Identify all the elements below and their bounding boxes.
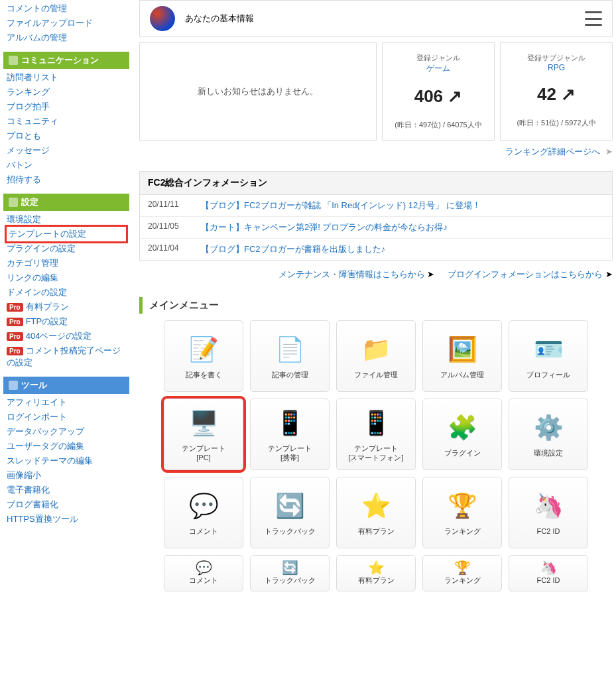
menu-item[interactable]: 🦄 FC2 ID: [509, 555, 588, 591]
notice-box: 新しいお知らせはありません。: [139, 42, 377, 141]
sidebar-item[interactable]: プラグインの設定: [7, 241, 126, 256]
sidebar-section-header: ツール: [3, 377, 129, 394]
menu-label: アルバム管理: [440, 370, 484, 379]
menu-item[interactable]: ⭐ 有料プラン: [336, 555, 416, 591]
stats-row: 新しいお知らせはありません。 登録ジャンル ゲーム 406 ↗ (昨日：497位…: [139, 42, 613, 141]
ranking-detail-link[interactable]: ランキング詳細ページへ: [505, 147, 600, 156]
sidebar-link[interactable]: アルバムの管理: [7, 31, 126, 45]
sidebar-item[interactable]: コミュニティ: [7, 114, 126, 129]
menu-item[interactable]: 🖼️ アルバム管理: [422, 320, 502, 392]
info-header: FC2総合インフォメーション: [140, 172, 612, 195]
sidebar-item[interactable]: Pro404ページの設定: [7, 329, 126, 343]
menu-item[interactable]: 🖥️ テンプレート[PC]: [164, 399, 243, 470]
sidebar-item[interactable]: HTTPS置換ツール: [7, 512, 126, 526]
stat-label: 登録サブジャンル: [507, 53, 605, 63]
menu-item[interactable]: ⭐ 有料プラン: [336, 477, 416, 548]
info-date: 20/11/05: [148, 221, 201, 233]
menu-icon: 📝: [187, 333, 220, 366]
profile-title: あなたの基本情報: [185, 13, 254, 25]
sidebar-item[interactable]: リンクの編集: [7, 271, 126, 285]
avatar[interactable]: [150, 6, 175, 31]
menu-icon: 🏆: [446, 489, 479, 523]
sidebar-item[interactable]: データバックアップ: [7, 424, 126, 439]
sidebar-item[interactable]: テンプレートの設定: [9, 227, 124, 241]
sidebar-section-header: コミュニケーション: [3, 52, 129, 69]
sidebar: コメントの管理ファイルアップロードアルバムの管理 コミュニケーション訪問者リスト…: [3, 0, 129, 591]
menu-icon: 🧩: [446, 411, 479, 444]
menu-label: 環境設定: [534, 448, 563, 458]
section-icon: [9, 198, 18, 207]
sidebar-item[interactable]: ユーザータグの編集: [7, 439, 126, 454]
menu-icon: 📄: [273, 333, 306, 366]
sidebar-item[interactable]: バトン: [7, 158, 126, 172]
stat-box: 登録サブジャンル RPG 42 ↗ (昨日：51位) / 5972人中: [500, 42, 613, 141]
pro-badge: Pro: [7, 303, 23, 312]
menu-item[interactable]: 🧩 プラグイン: [422, 399, 502, 470]
menu-item[interactable]: 🪪 プロフィール: [509, 320, 588, 392]
sidebar-item[interactable]: 画像縮小: [7, 468, 126, 483]
menu-item[interactable]: 📱 テンプレート[携帯]: [250, 399, 330, 470]
sidebar-item[interactable]: ランキング: [7, 85, 126, 99]
sidebar-item[interactable]: スレッドテーマの編集: [7, 454, 126, 468]
menu-item[interactable]: 🔄 トラックバック: [250, 477, 330, 548]
menu-item[interactable]: 🦄 FC2 ID: [509, 477, 588, 548]
menu-item[interactable]: 🏆 ランキング: [422, 477, 502, 548]
menu-item[interactable]: 🔄 トラックバック: [250, 555, 330, 591]
sidebar-item[interactable]: 電子書籍化: [7, 483, 126, 497]
sidebar-item[interactable]: 訪問者リスト: [7, 70, 126, 85]
sidebar-item[interactable]: 招待する: [7, 172, 126, 187]
section-title: コミュニケーション: [21, 54, 99, 66]
sidebar-link[interactable]: コメントの管理: [7, 1, 126, 16]
menu-icon: ⭐: [359, 561, 393, 574]
info-footer-link[interactable]: メンテナンス・障害情報はこちらから: [278, 269, 425, 279]
sidebar-item[interactable]: プロとも: [7, 129, 126, 143]
menu-item[interactable]: 📝 記事を書く: [164, 320, 243, 392]
sidebar-item[interactable]: Pro有料プラン: [7, 300, 126, 314]
sidebar-item[interactable]: ブログ書籍化: [7, 497, 126, 512]
menu-label: プラグイン: [444, 448, 481, 458]
arrow-icon: ➤: [425, 269, 435, 279]
stat-footer: (昨日：497位) / 64075人中: [389, 120, 487, 130]
stat-category[interactable]: ゲーム: [389, 63, 487, 74]
hamburger-menu[interactable]: [585, 11, 602, 26]
info-footer-link[interactable]: ブログインフォメーションはこちらから: [448, 269, 603, 279]
sidebar-item[interactable]: メッセージ: [7, 143, 126, 158]
sidebar-item[interactable]: Proコメント投稿完了ページの設定: [7, 343, 126, 370]
main-menu-title: メインメニュー: [139, 297, 613, 314]
sidebar-item[interactable]: ProFTPの設定: [7, 314, 126, 329]
menu-label: ランキング: [444, 576, 481, 585]
info-title-link[interactable]: 【ブログ】FC2ブロガーが書籍を出版しました♪: [201, 243, 385, 255]
menu-item[interactable]: 📁 ファイル管理: [336, 320, 416, 392]
stat-value: 42 ↗: [507, 84, 605, 105]
menu-label: 記事の管理: [272, 370, 308, 379]
sidebar-item[interactable]: アフィリエイト: [7, 395, 126, 410]
sidebar-item[interactable]: ドメインの設定: [7, 285, 126, 300]
menu-label: テンプレート[携帯]: [268, 444, 312, 463]
sidebar-item[interactable]: カテゴリ管理: [7, 256, 126, 271]
menu-item[interactable]: 🏆 ランキング: [422, 555, 502, 591]
menu-item[interactable]: 💬 コメント: [164, 477, 243, 548]
menu-item[interactable]: 📄 記事の管理: [250, 320, 330, 392]
menu-icon: 🔄: [273, 561, 306, 574]
menu-item[interactable]: 📱 テンプレート[スマートフォン]: [336, 399, 416, 470]
menu-icon: 🖥️: [187, 406, 220, 440]
arrow-icon: ➤: [603, 269, 613, 279]
sidebar-item[interactable]: ログインポート: [7, 410, 126, 424]
menu-icon: 🏆: [446, 561, 479, 574]
info-title-link[interactable]: 【カート】キャンペーン第2弾! プロプランの料金が今ならお得♪: [201, 221, 448, 233]
info-row: 20/11/04 【ブログ】FC2ブロガーが書籍を出版しました♪: [140, 239, 612, 260]
menu-icon: 🦄: [532, 489, 565, 523]
section-icon: [9, 381, 18, 390]
info-table: FC2総合インフォメーション 20/11/11 【ブログ】FC2ブロガーが雑誌 …: [139, 171, 613, 261]
menu-icon: 🦄: [532, 561, 565, 574]
stat-category[interactable]: RPG: [507, 63, 605, 72]
menu-item[interactable]: ⚙️ 環境設定: [509, 399, 588, 470]
menu-label: コメント: [189, 576, 218, 585]
menu-label: 有料プラン: [358, 576, 395, 585]
sidebar-link[interactable]: ファイルアップロード: [7, 16, 126, 31]
menu-item[interactable]: 💬 コメント: [164, 555, 243, 591]
info-title-link[interactable]: 【ブログ】FC2ブロガーが雑誌 「In Red(インレッド) 12月号」 に登場…: [201, 200, 481, 212]
sidebar-item[interactable]: ブログ拍手: [7, 99, 126, 114]
notice-text: 新しいお知らせはありません。: [198, 86, 318, 97]
stat-box: 登録ジャンル ゲーム 406 ↗ (昨日：497位) / 64075人中: [382, 42, 495, 141]
